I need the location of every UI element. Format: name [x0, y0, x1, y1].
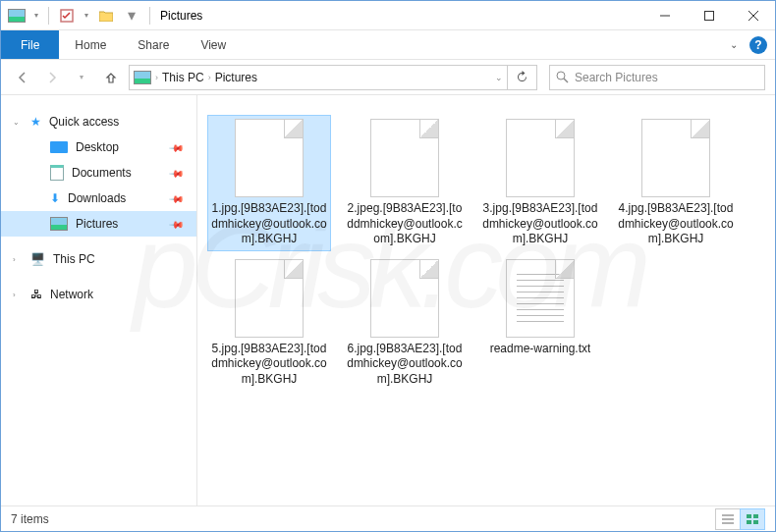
- file-pane[interactable]: 1.jpg.[9B83AE23].[toddmhickey@outlook.co…: [197, 95, 775, 505]
- file-name: 2.jpeg.[9B83AE23].[toddmhickey@outlook.c…: [345, 201, 465, 247]
- qat-dropdown-2[interactable]: ▾: [81, 4, 92, 27]
- tab-home[interactable]: Home: [59, 30, 122, 59]
- file-item[interactable]: 5.jpg.[9B83AE23].[toddmhickey@outlook.co…: [207, 255, 331, 392]
- network-icon: 🖧: [30, 288, 42, 301]
- file-thumb-icon: [506, 259, 575, 338]
- svg-line-6: [564, 79, 568, 82]
- pc-icon: 🖥️: [30, 252, 45, 266]
- file-item[interactable]: 3.jpg.[9B83AE23].[toddmhickey@outlook.co…: [478, 115, 602, 251]
- qat-customize[interactable]: ▾: [120, 4, 143, 27]
- nav-desktop[interactable]: Desktop📌: [1, 134, 196, 160]
- details-view-button[interactable]: [715, 508, 741, 530]
- pictures-icon: [50, 217, 68, 231]
- nav-this-pc[interactable]: ›🖥️This PC: [1, 246, 196, 272]
- file-tab[interactable]: File: [1, 30, 59, 59]
- svg-rect-10: [747, 514, 751, 518]
- refresh-button[interactable]: [508, 65, 537, 90]
- new-folder-button[interactable]: [94, 4, 118, 27]
- file-item[interactable]: 1.jpg.[9B83AE23].[toddmhickey@outlook.co…: [207, 115, 331, 251]
- pin-icon: 📌: [169, 216, 185, 232]
- file-thumb-icon: [235, 259, 304, 338]
- ribbon: File Home Share View ⌄ ?: [1, 30, 775, 60]
- tab-view[interactable]: View: [185, 30, 242, 59]
- breadcrumb[interactable]: › This PC › Pictures ⌄: [129, 65, 508, 90]
- expand-icon: ⌄: [13, 118, 20, 127]
- file-thumb-icon: [235, 119, 304, 197]
- folder-icon: [134, 71, 151, 84]
- nav-pictures[interactable]: Pictures📌: [1, 211, 196, 237]
- close-button[interactable]: [731, 1, 775, 30]
- crumb-thispc[interactable]: This PC: [162, 71, 204, 84]
- nav-downloads[interactable]: ⬇Downloads📌: [1, 186, 196, 211]
- file-name: 5.jpg.[9B83AE23].[toddmhickey@outlook.co…: [209, 342, 329, 388]
- file-item[interactable]: readme-warning.txt: [478, 255, 602, 392]
- window-title: Pictures: [158, 9, 202, 23]
- search-placeholder: Search Pictures: [575, 71, 658, 84]
- svg-point-5: [557, 72, 565, 80]
- file-thumb-icon: [370, 119, 439, 197]
- tab-share[interactable]: Share: [122, 30, 185, 59]
- qat-separator: [48, 7, 49, 25]
- expand-icon: ›: [13, 255, 16, 264]
- minimize-button[interactable]: [642, 1, 687, 30]
- item-count: 7 items: [11, 512, 49, 526]
- recent-dropdown[interactable]: ▾: [70, 66, 93, 89]
- pin-icon: 📌: [169, 190, 185, 206]
- maximize-button[interactable]: [687, 1, 731, 30]
- file-item[interactable]: 4.jpg.[9B83AE23].[toddmhickey@outlook.co…: [614, 115, 738, 251]
- up-button[interactable]: [99, 66, 123, 89]
- downloads-icon: ⬇: [50, 191, 60, 205]
- file-name: 1.jpg.[9B83AE23].[toddmhickey@outlook.co…: [209, 201, 329, 247]
- file-name: 4.jpg.[9B83AE23].[toddmhickey@outlook.co…: [616, 201, 736, 247]
- search-icon: [556, 71, 569, 83]
- star-icon: ★: [30, 115, 41, 129]
- pin-icon: 📌: [169, 139, 185, 155]
- file-name: 3.jpg.[9B83AE23].[toddmhickey@outlook.co…: [480, 201, 600, 247]
- icons-view-button[interactable]: [740, 508, 765, 530]
- back-button[interactable]: [11, 66, 34, 89]
- chevron-down-icon[interactable]: ⌄: [495, 73, 503, 82]
- app-icon: [5, 4, 28, 27]
- ribbon-expand-icon[interactable]: ⌄: [724, 39, 744, 50]
- svg-rect-13: [753, 520, 758, 524]
- crumb-pictures[interactable]: Pictures: [215, 71, 257, 84]
- search-input[interactable]: Search Pictures: [549, 65, 765, 90]
- nav-network[interactable]: ›🖧Network: [1, 282, 196, 307]
- svg-rect-2: [704, 11, 713, 20]
- nav-quick-access[interactable]: ⌄ ★ Quick access: [1, 109, 196, 134]
- file-name: 6.jpg.[9B83AE23].[toddmhickey@outlook.co…: [345, 342, 465, 388]
- help-button[interactable]: ?: [749, 36, 767, 54]
- expand-icon: ›: [13, 291, 16, 299]
- status-bar: 7 items: [1, 505, 775, 531]
- address-bar: ▾ › This PC › Pictures ⌄ Search Pictures: [1, 60, 775, 95]
- file-item[interactable]: 6.jpg.[9B83AE23].[toddmhickey@outlook.co…: [343, 255, 467, 392]
- navigation-pane: ⌄ ★ Quick access Desktop📌 Documents📌 ⬇Do…: [1, 95, 197, 505]
- properties-button[interactable]: [55, 4, 79, 27]
- svg-rect-12: [747, 520, 751, 524]
- file-thumb-icon: [641, 119, 710, 197]
- pin-icon: 📌: [169, 165, 185, 181]
- file-thumb-icon: [506, 119, 575, 197]
- documents-icon: [50, 165, 64, 181]
- title-separator: [149, 7, 150, 25]
- file-name: readme-warning.txt: [490, 342, 591, 357]
- desktop-icon: [50, 141, 68, 153]
- qat-dropdown[interactable]: ▾: [30, 4, 42, 27]
- forward-button[interactable]: [40, 66, 64, 89]
- chevron-right-icon: ›: [208, 73, 211, 82]
- chevron-right-icon: ›: [155, 73, 158, 82]
- file-item[interactable]: 2.jpeg.[9B83AE23].[toddmhickey@outlook.c…: [343, 115, 467, 251]
- svg-rect-11: [753, 514, 758, 518]
- nav-documents[interactable]: Documents📌: [1, 160, 196, 186]
- file-thumb-icon: [370, 259, 439, 338]
- titlebar: ▾ ▾ ▾ Pictures: [1, 1, 775, 30]
